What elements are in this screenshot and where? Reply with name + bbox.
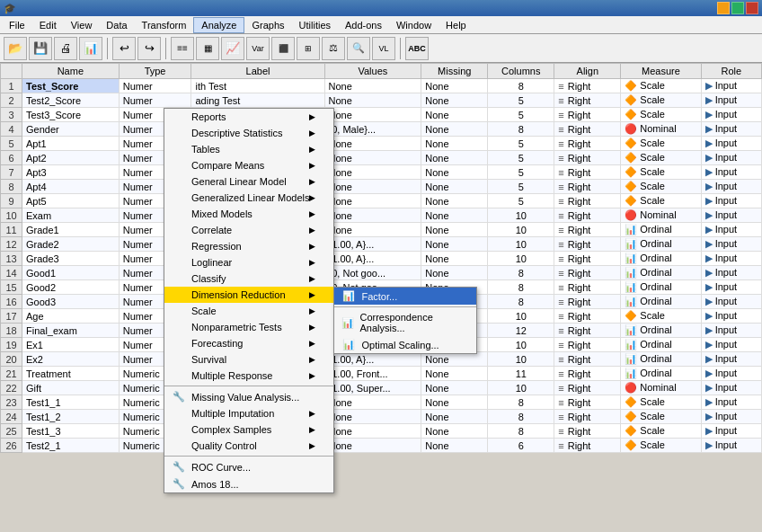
toolbar-cases[interactable]: ⬛ <box>271 37 295 60</box>
toolbar-split[interactable]: ⊞ <box>297 37 320 60</box>
toolbar-select[interactable]: 🔍 <box>347 37 370 60</box>
toolbar-fwd[interactable]: ↪ <box>137 37 161 60</box>
toolbar-abc[interactable]: ABC <box>405 37 429 60</box>
cell-name[interactable]: Gender <box>22 122 120 137</box>
cell-name[interactable]: Apt3 <box>22 165 120 180</box>
cell-name[interactable]: Grade2 <box>22 237 120 252</box>
menu-regression[interactable]: Regression▶ <box>164 238 333 254</box>
close-button[interactable] <box>746 2 758 14</box>
dim-reduction-submenu[interactable]: 📊Factor... 📊Correspondence Analysis... 📊… <box>333 287 477 354</box>
menu-quality-control[interactable]: Quality Control▶ <box>164 438 333 454</box>
menu-transform[interactable]: Transform <box>135 18 194 32</box>
cell-name[interactable]: Good2 <box>22 280 120 295</box>
minimize-button[interactable] <box>717 2 730 14</box>
submenu-correspondence[interactable]: 📊Correspondence Analysis... <box>334 309 476 336</box>
col-header-type[interactable]: Type <box>119 64 191 79</box>
toolbar-vl[interactable]: VL <box>372 37 395 60</box>
cell-name[interactable]: Test1_1 <box>22 395 120 410</box>
menu-nonparametric[interactable]: Nonparametric Tests▶ <box>164 319 333 335</box>
col-header-measure[interactable]: Measure <box>621 64 701 79</box>
cell-name[interactable]: Final_exam <box>22 324 120 338</box>
toolbar-recall[interactable]: 📊 <box>79 37 102 60</box>
menu-graphs[interactable]: Graphs <box>244 18 291 32</box>
menu-utilities[interactable]: Utilities <box>292 18 338 32</box>
cell-name[interactable]: Good1 <box>22 266 120 280</box>
cell-name[interactable]: Apt2 <box>22 151 120 165</box>
menu-data[interactable]: Data <box>99 18 134 32</box>
cell-name[interactable]: Test3_Score <box>22 108 120 122</box>
cell-name[interactable]: Apt4 <box>22 180 120 194</box>
menu-multiple-response[interactable]: Multiple Response▶ <box>164 368 333 384</box>
cell-name[interactable]: Test2_1 <box>22 439 120 453</box>
col-header-align[interactable]: Align <box>554 64 621 79</box>
cell-name[interactable]: Grade1 <box>22 223 120 237</box>
cell-columns: 10 <box>488 338 554 352</box>
menu-edit[interactable]: Edit <box>32 18 64 32</box>
menu-addons[interactable]: Add-ons <box>338 18 389 32</box>
cell-name[interactable]: Treatment <box>22 367 120 381</box>
cell-name[interactable]: Test1_2 <box>22 410 120 424</box>
cell-name[interactable]: Test1_3 <box>22 424 120 439</box>
menu-mixed[interactable]: Mixed Models▶ <box>164 206 333 222</box>
cell-measure: 🔶Scale <box>621 410 701 424</box>
submenu-factor[interactable]: 📊Factor... <box>334 288 476 305</box>
cell-align: ≡Right <box>554 410 621 424</box>
col-header-num <box>1 64 22 79</box>
menu-forecasting[interactable]: Forecasting▶ <box>164 335 333 351</box>
menu-descriptive[interactable]: Descriptive Statistics▶ <box>164 125 333 141</box>
col-header-role[interactable]: Role <box>701 64 761 79</box>
menu-survival[interactable]: Survival▶ <box>164 351 333 368</box>
cell-name[interactable]: Ex1 <box>22 338 120 352</box>
cell-name[interactable]: Good3 <box>22 295 120 309</box>
menu-multiple-imputation[interactable]: Multiple Imputation▶ <box>164 405 333 421</box>
menu-glm[interactable]: General Linear Model▶ <box>164 173 333 190</box>
analyze-dropdown[interactable]: Reports▶ Descriptive Statistics▶ Tables▶… <box>164 108 334 493</box>
toolbar-chart3[interactable]: 📈 <box>221 37 244 60</box>
menu-reports[interactable]: Reports▶ <box>164 109 333 125</box>
cell-name[interactable]: Test_Score <box>22 79 120 93</box>
cell-name[interactable]: Apt5 <box>22 194 120 208</box>
menu-window[interactable]: Window <box>389 18 439 32</box>
toolbar-open[interactable]: 📂 <box>4 37 27 60</box>
cell-values: None <box>324 194 421 208</box>
menu-view[interactable]: View <box>64 18 100 32</box>
menu-scale[interactable]: Scale▶ <box>164 303 333 319</box>
menu-amos[interactable]: 🔧Amos 18... <box>164 475 333 492</box>
menu-roc[interactable]: 🔧ROC Curve... <box>164 458 333 475</box>
menu-loglinear[interactable]: Loglinear▶ <box>164 254 333 270</box>
cell-name[interactable]: Apt1 <box>22 137 120 151</box>
cell-name[interactable]: Ex2 <box>22 352 120 367</box>
menu-dim-reduction[interactable]: Dimension Reduction▶ 📊Factor... 📊Corresp… <box>164 287 333 303</box>
cell-role: ▶Input <box>701 151 761 165</box>
col-header-label[interactable]: Label <box>191 64 324 79</box>
cell-name[interactable]: Exam <box>22 208 120 223</box>
menu-tables[interactable]: Tables▶ <box>164 141 333 157</box>
menu-correlate[interactable]: Correlate▶ <box>164 222 333 238</box>
menu-analyze[interactable]: Analyze <box>193 17 244 33</box>
cell-name[interactable]: Test2_Score <box>22 93 120 108</box>
cell-name[interactable]: Grade3 <box>22 252 120 266</box>
cell-name[interactable]: Gift <box>22 381 120 395</box>
col-header-values[interactable]: Values <box>324 64 421 79</box>
cell-columns: 12 <box>488 324 554 338</box>
toolbar-print[interactable]: 🖨 <box>54 37 77 60</box>
col-header-missing[interactable]: Missing <box>421 64 488 79</box>
maximize-button[interactable] <box>731 2 744 14</box>
toolbar-back[interactable]: ↩ <box>112 37 136 60</box>
menu-complex-samples[interactable]: Complex Samples▶ <box>164 421 333 438</box>
menu-classify[interactable]: Classify▶ <box>164 270 333 287</box>
col-header-columns[interactable]: Columns <box>488 64 554 79</box>
menu-missing-value[interactable]: 🔧Missing Value Analysis... <box>164 388 333 405</box>
toolbar-weight[interactable]: ⚖ <box>322 37 345 60</box>
toolbar-save[interactable]: 💾 <box>29 37 52 60</box>
toolbar-var[interactable]: Var <box>246 37 270 60</box>
menu-compare-means[interactable]: Compare Means▶ <box>164 157 333 173</box>
menu-file[interactable]: File <box>2 18 32 32</box>
menu-help[interactable]: Help <box>439 18 474 32</box>
cell-name[interactable]: Age <box>22 309 120 324</box>
col-header-name[interactable]: Name <box>22 64 120 79</box>
toolbar-chart2[interactable]: ▦ <box>196 37 219 60</box>
menu-gzlm[interactable]: Generalized Linear Models▶ <box>164 190 333 206</box>
toolbar-chart1[interactable]: ≡≡ <box>171 37 194 60</box>
submenu-optimal-scaling[interactable]: 📊Optimal Scaling... <box>334 336 476 353</box>
